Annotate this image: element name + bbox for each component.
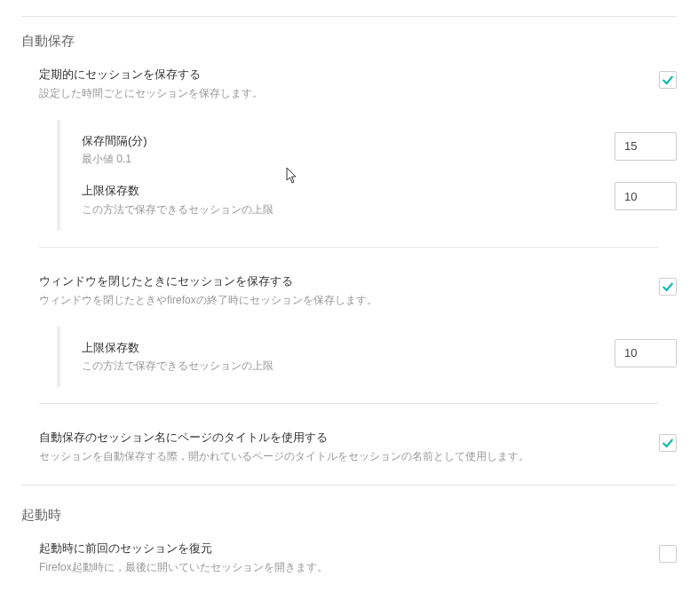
divider [21, 485, 677, 486]
periodic-subblock: 保存間隔(分) 最小値 0.1 上限保存数 この方法で保存できるセッションの上限 [57, 120, 677, 231]
onclose-save-title: ウィンドウを閉じたときにセッションを保存する [39, 272, 641, 290]
row-text: 起動時に前回のセッションを復元 Firefox起動時に，最後に開いていたセッショ… [39, 540, 659, 576]
periodic-save-title: 定期的にセッションを保存する [39, 66, 641, 83]
onclose-limit-input[interactable] [615, 339, 677, 367]
row-text: 上限保存数 この方法で保存できるセッションの上限 [82, 182, 615, 218]
divider [39, 403, 659, 404]
row-save-interval: 保存間隔(分) 最小値 0.1 [82, 125, 677, 176]
check-icon [661, 280, 675, 294]
restore-session-title: 起動時に前回のセッションを復元 [39, 540, 641, 557]
row-onclose-limit: 上限保存数 この方法で保存できるセッションの上限 [82, 332, 677, 383]
row-text: 上限保存数 この方法で保存できるセッションの上限 [82, 339, 615, 375]
onclose-limit-title: 上限保存数 [82, 339, 597, 357]
periodic-limit-desc: この方法で保存できるセッションの上限 [82, 201, 597, 218]
periodic-save-checkbox[interactable] [659, 71, 677, 89]
use-title-desc: セッションを自動保存する際，開かれているページのタイトルをセッションの名前として… [39, 448, 641, 465]
divider [39, 247, 659, 248]
row-text: ウィンドウを閉じたときにセッションを保存する ウィンドウを閉じたときやfiref… [39, 272, 659, 309]
use-title-title: 自動保存のセッション名にページのタイトルを使用する [39, 429, 641, 446]
onclose-subblock: 上限保存数 この方法で保存できるセッションの上限 [57, 327, 677, 388]
check-icon [661, 73, 675, 87]
top-divider [21, 16, 677, 17]
save-interval-desc: 最小値 0.1 [82, 151, 597, 168]
row-periodic-save: 定期的にセッションを保存する 設定した時間ごとにセッションを保存します。 [21, 62, 677, 113]
row-periodic-limit: 上限保存数 この方法で保存できるセッションの上限 [82, 175, 677, 225]
section-heading-startup: 起動時 [21, 507, 677, 524]
periodic-save-desc: 設定した時間ごとにセッションを保存します。 [39, 85, 641, 102]
section-heading-autosave: 自動保存 [21, 33, 677, 50]
save-interval-input[interactable] [615, 132, 677, 161]
onclose-limit-desc: この方法で保存できるセッションの上限 [82, 358, 597, 375]
settings-panel: 自動保存 定期的にセッションを保存する 設定した時間ごとにセッションを保存します… [0, 0, 698, 587]
save-interval-title: 保存間隔(分) [82, 132, 597, 150]
restore-session-desc: Firefox起動時に，最後に開いていたセッションを開きます。 [39, 559, 641, 576]
onclose-save-desc: ウィンドウを閉じたときやfirefoxの終了時にセッションを保存します。 [39, 292, 641, 309]
onclose-save-checkbox[interactable] [659, 278, 677, 296]
check-icon [661, 436, 675, 450]
periodic-limit-title: 上限保存数 [82, 182, 597, 200]
use-title-checkbox[interactable] [659, 434, 677, 452]
row-onclose-save: ウィンドウを閉じたときにセッションを保存する ウィンドウを閉じたときやfiref… [21, 269, 677, 320]
restore-session-checkbox[interactable] [659, 545, 677, 563]
row-restore-session: 起動時に前回のセッションを復元 Firefox起動時に，最後に開いていたセッショ… [21, 536, 677, 587]
row-text: 自動保存のセッション名にページのタイトルを使用する セッションを自動保存する際，… [39, 429, 659, 465]
row-text: 保存間隔(分) 最小値 0.1 [82, 132, 615, 169]
row-text: 定期的にセッションを保存する 設定した時間ごとにセッションを保存します。 [39, 66, 659, 102]
row-use-title: 自動保存のセッション名にページのタイトルを使用する セッションを自動保存する際，… [21, 425, 677, 476]
periodic-limit-input[interactable] [615, 182, 677, 210]
